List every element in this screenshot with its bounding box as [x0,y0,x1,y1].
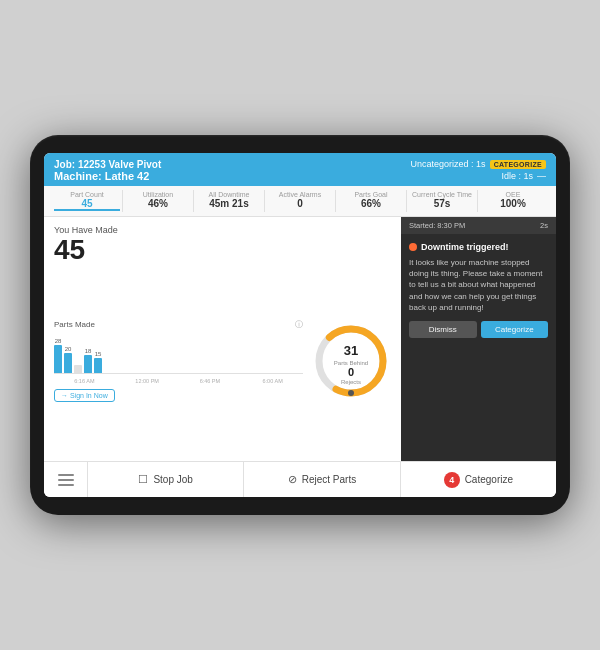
uncategorized-label: Uncategorized : 1s [411,159,486,169]
reject-parts-icon: ⊘ [288,473,297,486]
bar-group-3 [74,364,82,373]
stat-downtime: All Downtime 45m 21s [194,190,265,212]
big-count: 45 [54,236,391,264]
stat-alarms: Active Alarms 0 [265,190,336,212]
bar-group-2: 20 [64,346,72,373]
bar-1 [54,345,62,373]
started-text: Started: 8:30 PM [409,221,465,230]
stop-job-label: Stop Job [153,474,192,485]
bar-group-4: 18 [84,348,92,373]
warning-dot [409,243,417,251]
time-label-1: 6:16 AM [54,378,115,384]
stat-alarms-value: 0 [267,198,333,209]
stat-cycle-time-label: Current Cycle Time [409,191,475,198]
stat-alarms-label: Active Alarms [267,191,333,198]
main-content: You Have Made 45 Parts Made ⓘ 28 [44,217,556,461]
uncategorized-row: Uncategorized : 1s CATEGORIZE [411,159,546,169]
bar-2 [64,353,72,373]
stat-cycle-time: Current Cycle Time 57s [407,190,478,212]
time-label-2: 12:00 PM [117,378,178,384]
svg-text:31: 31 [344,343,358,358]
time-label-4: 6:00 AM [242,378,303,384]
svg-text:Rejects: Rejects [341,379,361,385]
bar-label-4: 18 [85,348,92,354]
bar-label-1: 28 [55,338,62,344]
time-label-3: 6:46 PM [180,378,241,384]
categorize-count: 4 [444,472,460,488]
chart-title-text: Parts Made [54,320,95,329]
timer-badge: 2s [540,221,548,230]
tablet-screen: Job: 12253 Valve Pivot Machine: Lathe 42… [44,153,556,497]
downtime-title-text: Downtime triggered! [421,242,509,252]
chart-title: Parts Made ⓘ [54,319,303,330]
idle-label: Idle : 1s [501,171,533,181]
left-panel: You Have Made 45 Parts Made ⓘ 28 [44,217,401,461]
categorize-button[interactable]: 4 Categorize [401,462,556,497]
chart-area: Parts Made ⓘ 28 20 [54,319,303,402]
bottom-bar: ☐ Stop Job ⊘ Reject Parts 4 Categorize [44,461,556,497]
categorize-notification-button[interactable]: Categorize [481,321,549,338]
right-panel: Started: 8:30 PM 2s Downtime triggered! … [401,217,556,461]
bar-group-5: 15 [94,351,102,373]
stat-utilization-value: 46% [125,198,191,209]
svg-text:0: 0 [348,366,354,378]
stat-utilization: Utilization 46% [123,190,194,212]
gauge-svg: 31 Parts Behind 0 Rejects [311,321,391,401]
machine-name: Machine: Lathe 42 [54,170,161,182]
menu-icon[interactable] [44,462,88,497]
stat-cycle-time-value: 57s [409,198,475,209]
notification-header: Started: 8:30 PM 2s [401,217,556,234]
bar-3 [74,365,82,373]
tablet-shell: Job: 12253 Valve Pivot Machine: Lathe 42… [30,135,570,515]
downtime-title: Downtime triggered! [409,242,548,252]
stat-oee-label: OEE [480,191,546,198]
stat-oee: OEE 100% [478,190,548,212]
stop-job-button[interactable]: ☐ Stop Job [88,462,244,497]
stat-downtime-label: All Downtime [196,191,262,198]
reject-parts-button[interactable]: ⊘ Reject Parts [244,462,400,497]
idle-row: Idle : 1s — [501,171,546,181]
reject-parts-label: Reject Parts [302,474,356,485]
header-right: Uncategorized : 1s CATEGORIZE Idle : 1s … [411,159,546,181]
svg-rect-8 [58,479,74,481]
notification-text: It looks like your machine stopped doing… [409,257,548,313]
gauge-container: 31 Parts Behind 0 Rejects [311,321,391,401]
stat-part-count-label: Part Count [54,191,120,198]
notification-body: Downtime triggered! It looks like your m… [401,234,556,461]
categorize-badge[interactable]: CATEGORIZE [490,160,546,169]
bar-4 [84,355,92,373]
you-have-made-label: You Have Made [54,225,391,235]
time-labels: 6:16 AM 12:00 PM 6:46 PM 6:00 AM [54,378,303,384]
bar-5 [94,358,102,373]
gauge-and-chart: Parts Made ⓘ 28 20 [54,268,391,453]
stat-parts-goal-value: 66% [338,198,404,209]
bar-label-5: 15 [95,351,102,357]
info-icon: ⓘ [295,319,303,330]
bar-chart: 28 20 18 [54,334,303,374]
stat-utilization-label: Utilization [125,191,191,198]
notification-actions: Dismiss Categorize [409,321,548,338]
categorize-label: Categorize [465,474,513,485]
stat-part-count-value: 45 [54,198,120,211]
stat-parts-goal-label: Parts Goal [338,191,404,198]
header: Job: 12253 Valve Pivot Machine: Lathe 42… [44,153,556,186]
svg-rect-9 [58,484,74,486]
stat-part-count: Part Count 45 [52,190,123,212]
svg-point-2 [348,390,354,396]
header-left: Job: 12253 Valve Pivot Machine: Lathe 42 [54,159,161,182]
sign-in-button[interactable]: → Sign In Now [54,389,115,402]
stat-oee-value: 100% [480,198,546,209]
stat-parts-goal: Parts Goal 66% [336,190,407,212]
job-name: Job: 12253 Valve Pivot [54,159,161,170]
dismiss-button[interactable]: Dismiss [409,321,477,338]
svg-rect-7 [58,474,74,476]
idle-dash: — [537,171,546,181]
stop-job-icon: ☐ [138,473,148,486]
stat-downtime-value: 45m 21s [196,198,262,209]
bar-group-1: 28 [54,338,62,373]
bar-label-2: 20 [65,346,72,352]
stats-bar: Part Count 45 Utilization 46% All Downti… [44,186,556,217]
